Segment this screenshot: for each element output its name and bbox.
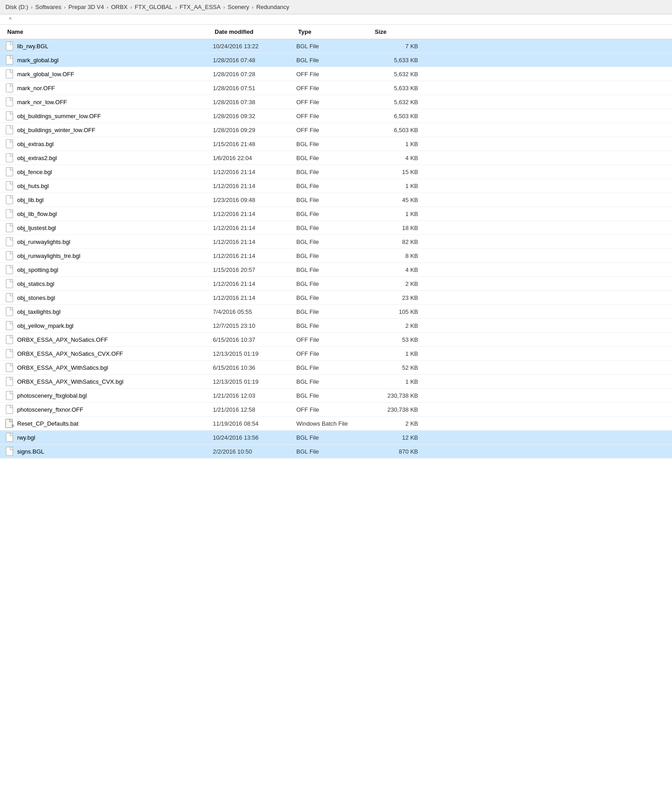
table-row[interactable]: rwy.bgl10/24/2016 13:56BGL File12 KB [0, 431, 672, 445]
table-row[interactable]: mark_global_low.OFF1/28/2016 07:28OFF Fi… [0, 67, 672, 81]
file-type: BGL File [296, 252, 373, 259]
file-date: 6/15/2016 10:37 [213, 336, 296, 343]
table-row[interactable]: mark_global.bgl1/28/2016 07:48BGL File5,… [0, 53, 672, 67]
table-row[interactable]: ORBX_ESSA_APX_NoSatics.OFF6/15/2016 10:3… [0, 333, 672, 347]
file-name-cell: rwy.bgl [5, 433, 213, 442]
file-size: 18 KB [373, 225, 427, 231]
file-name: obj_spotting.bgl [17, 266, 58, 273]
table-row[interactable]: obj_extras2.bgl1/6/2016 22:04BGL File4 K… [0, 151, 672, 165]
file-type: OFF File [296, 85, 373, 92]
file-name: signs.BGL [17, 448, 44, 455]
file-name: obj_extras.bgl [17, 141, 54, 147]
breadcrumb-item-scenery[interactable]: Scenery [228, 4, 249, 10]
table-row[interactable]: obj_buildings_summer_low.OFF1/28/2016 09… [0, 109, 672, 123]
file-name-cell: obj_buildings_winter_low.OFF [5, 125, 213, 134]
file-date: 1/21/2016 12:03 [213, 392, 296, 399]
file-size: 1 KB [373, 378, 427, 385]
file-date: 1/28/2016 09:32 [213, 113, 296, 119]
breadcrumb-item-disk-d[interactable]: Disk (D:) [5, 4, 28, 10]
file-size: 230,738 KB [373, 406, 427, 413]
file-date: 1/6/2016 22:04 [213, 155, 296, 161]
file-name: obj_lib_flow.bgl [17, 211, 57, 217]
table-row[interactable]: photoscenery_ftxglobal.bgl1/21/2016 12:0… [0, 389, 672, 403]
file-size: 12 KB [373, 434, 427, 441]
file-name-cell: mark_nor_low.OFF [5, 97, 213, 106]
file-name-cell: obj_stones.bgl [5, 293, 213, 302]
file-size: 1 KB [373, 183, 427, 189]
file-date: 1/28/2016 07:38 [213, 99, 296, 106]
file-type: OFF File [296, 350, 373, 357]
file-name-cell: obj_ljustest.bgl [5, 223, 213, 232]
file-type: BGL File [296, 308, 373, 315]
file-name: ORBX_ESSA_APX_NoSatics_CVX.OFF [17, 350, 123, 357]
col-header-date[interactable]: Date modified [213, 28, 296, 36]
file-date: 11/19/2016 08:54 [213, 420, 296, 427]
file-type: OFF File [296, 127, 373, 133]
file-name: obj_lib.bgl [17, 197, 44, 203]
file-type: BGL File [296, 239, 373, 245]
file-date: 1/28/2016 09:29 [213, 127, 296, 133]
breadcrumb-item-prepar3d[interactable]: Prepar 3D V4 [69, 4, 104, 10]
file-date: 1/28/2016 07:28 [213, 71, 296, 78]
table-row[interactable]: obj_fence.bgl1/12/2016 21:14BGL File15 K… [0, 165, 672, 179]
breadcrumb-item-orbx[interactable]: ORBX [111, 4, 128, 10]
file-name: obj_runwaylights_tre.bgl [17, 252, 80, 259]
table-row[interactable]: obj_stones.bgl1/12/2016 21:14BGL File23 … [0, 291, 672, 305]
file-name: ORBX_ESSA_APX_WithSatics_CVX.bgl [17, 378, 124, 385]
table-row[interactable]: obj_ljustest.bgl1/12/2016 21:14BGL File1… [0, 221, 672, 235]
table-row[interactable]: mark_nor_low.OFF1/28/2016 07:38OFF File5… [0, 95, 672, 109]
col-header-type[interactable]: Type [296, 28, 373, 36]
file-name: obj_statics.bgl [17, 280, 54, 287]
file-type: OFF File [296, 99, 373, 106]
file-date: 2/2/2016 10:50 [213, 448, 296, 455]
table-row[interactable]: obj_lib.bgl1/23/2016 09:48BGL File45 KB [0, 193, 672, 207]
table-row[interactable]: obj_runwaylights.bgl1/12/2016 21:14BGL F… [0, 235, 672, 249]
file-icon [5, 83, 14, 92]
file-name-cell: photoscenery_ftxnor.OFF [5, 405, 213, 414]
breadcrumb-item-softwares[interactable]: Softwares [35, 4, 61, 10]
table-row[interactable]: ORBX_ESSA_APX_NoSatics_CVX.OFF12/13/2015… [0, 347, 672, 361]
table-row[interactable]: obj_statics.bgl1/12/2016 21:14BGL File2 … [0, 277, 672, 291]
file-name-cell: ORBX_ESSA_APX_NoSatics_CVX.OFF [5, 349, 213, 358]
file-size: 2 KB [373, 322, 427, 329]
table-row[interactable]: ORBX_ESSA_APX_WithSatics.bgl6/15/2016 10… [0, 361, 672, 375]
table-row[interactable]: mark_nor.OFF1/28/2016 07:51OFF File5,633… [0, 81, 672, 95]
file-name-cell: ORBX_ESSA_APX_WithSatics.bgl [5, 363, 213, 372]
file-name-cell: obj_lib.bgl [5, 195, 213, 204]
file-size: 1 KB [373, 350, 427, 357]
table-row[interactable]: ⚙Reset_CP_Defaults.bat11/19/2016 08:54Wi… [0, 417, 672, 431]
table-row[interactable]: obj_extras.bgl1/15/2016 21:48BGL File1 K… [0, 137, 672, 151]
file-type: BGL File [296, 155, 373, 161]
file-date: 1/12/2016 21:14 [213, 169, 296, 175]
file-name-cell: ORBX_ESSA_APX_NoSatics.OFF [5, 335, 213, 344]
file-icon [5, 377, 14, 386]
breadcrumb-sep: › [106, 5, 108, 10]
table-row[interactable]: lib_rwy.BGL10/24/2016 13:22BGL File7 KB [0, 39, 672, 53]
file-date: 1/12/2016 21:14 [213, 225, 296, 231]
file-name: ORBX_ESSA_APX_WithSatics.bgl [17, 364, 108, 371]
col-header-name[interactable]: Name [5, 28, 213, 36]
breadcrumb-item-ftx-aa-essa[interactable]: FTX_AA_ESSA [180, 4, 221, 10]
table-row[interactable]: obj_taxilights.bgl7/4/2016 05:55BGL File… [0, 305, 672, 319]
table-row[interactable]: signs.BGL2/2/2016 10:50BGL File870 KB [0, 445, 672, 459]
file-icon [5, 153, 14, 162]
table-row[interactable]: photoscenery_ftxnor.OFF1/21/2016 12:58OF… [0, 403, 672, 417]
file-size: 1 KB [373, 141, 427, 147]
file-date: 1/12/2016 21:14 [213, 183, 296, 189]
table-row[interactable]: obj_runwaylights_tre.bgl1/12/2016 21:14B… [0, 249, 672, 263]
file-name-cell: mark_nor.OFF [5, 83, 213, 92]
file-date: 12/13/2015 01:19 [213, 378, 296, 385]
breadcrumb-item-ftx-global[interactable]: FTX_GLOBAL [135, 4, 173, 10]
table-row[interactable]: obj_lib_flow.bgl1/12/2016 21:14BGL File1… [0, 207, 672, 221]
file-icon [5, 349, 14, 358]
table-row[interactable]: obj_huts.bgl1/12/2016 21:14BGL File1 KB [0, 179, 672, 193]
table-row[interactable]: obj_buildings_winter_low.OFF1/28/2016 09… [0, 123, 672, 137]
file-size: 1 KB [373, 211, 427, 217]
table-row[interactable]: obj_yellow_mpark.bgl12/7/2015 23:10BGL F… [0, 319, 672, 333]
file-name-cell: obj_yellow_mpark.bgl [5, 321, 213, 330]
col-header-size[interactable]: Size [373, 28, 427, 36]
breadcrumb-sep: › [130, 5, 132, 10]
table-row[interactable]: ORBX_ESSA_APX_WithSatics_CVX.bgl12/13/20… [0, 375, 672, 389]
table-row[interactable]: obj_spotting.bgl1/15/2016 20:57BGL File4… [0, 263, 672, 277]
file-size: 45 KB [373, 197, 427, 203]
